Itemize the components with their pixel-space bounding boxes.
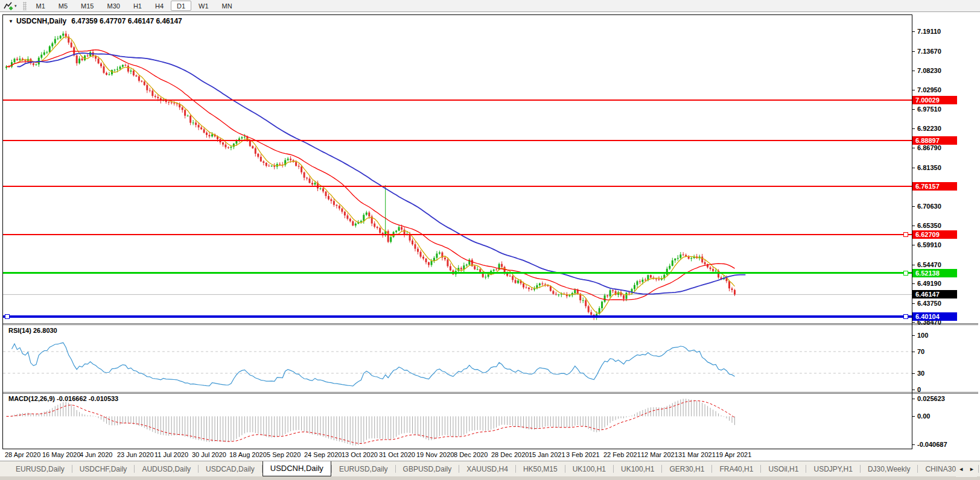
current-price-tag: 6.46147 xyxy=(912,290,957,298)
axis-tick-mark xyxy=(912,265,915,265)
axis-tick-mark xyxy=(912,373,915,374)
timeframe-button-H1[interactable]: H1 xyxy=(127,1,148,11)
date-axis[interactable]: 28 Apr 202016 May 20204 Jun 202023 Jun 2… xyxy=(0,450,980,460)
indicators-icon[interactable] xyxy=(3,1,14,11)
axis-tick-mark xyxy=(912,148,915,148)
axis-tick-mark xyxy=(912,283,915,284)
candlestick-chart[interactable] xyxy=(3,14,912,323)
price-tick-label: 7.13670 xyxy=(917,47,941,55)
chart-tab-ger30-h1[interactable]: GER30,H1 xyxy=(662,461,711,476)
timeframe-button-group: M1M5M15M30H1H4D1W1MN xyxy=(30,1,238,11)
macd-axis-label: -0.040687 xyxy=(917,440,947,449)
chart-tab-eurusd-daily[interactable]: EURUSD,Daily xyxy=(332,461,395,476)
macd-values: -0.016662 -0.010533 xyxy=(57,395,118,402)
axis-tick-mark xyxy=(912,71,915,71)
chart-tab-dj30-weekly[interactable]: DJ30,Weekly xyxy=(861,461,917,476)
timeframe-button-MN[interactable]: MN xyxy=(216,1,238,11)
date-tick-label: 19 Nov 2020 xyxy=(416,451,454,458)
level-line-handle[interactable] xyxy=(903,314,908,319)
chart-tab-uk100-h1[interactable]: UK100,H1 xyxy=(565,461,613,476)
toolbar-grip[interactable] xyxy=(23,2,27,10)
axis-tick-mark xyxy=(912,322,915,323)
chart-tab-hk50-m15[interactable]: HK50,M15 xyxy=(516,461,565,476)
timeframe-button-M15[interactable]: M15 xyxy=(75,1,100,11)
chart-tab-usdchf-daily[interactable]: USDCHF,Daily xyxy=(72,461,135,476)
date-tick-label: 24 Sep 2020 xyxy=(304,451,342,458)
axis-tick-mark xyxy=(912,51,915,52)
chart-tab-gbpusd-daily[interactable]: GBPUSD,Daily xyxy=(396,461,459,476)
level-line-handle[interactable] xyxy=(5,314,10,319)
chart-tab-uk100-h1[interactable]: UK100,H1 xyxy=(614,461,661,476)
date-tick-label: 16 May 2020 xyxy=(42,451,81,458)
axis-tick-mark xyxy=(912,226,915,226)
price-level-tag: 6.52138 xyxy=(912,269,957,277)
horizontal-level-line[interactable] xyxy=(3,272,912,274)
chart-tab-eurusd-daily[interactable]: EURUSD,Daily xyxy=(8,461,72,476)
chart-border-bottom xyxy=(3,449,912,449)
timeframe-button-M5[interactable]: M5 xyxy=(52,1,74,11)
axis-tick-mark xyxy=(912,31,915,32)
date-tick-label: 8 Dec 2020 xyxy=(454,451,488,458)
price-tick-label: 6.59910 xyxy=(917,241,941,249)
price-level-tag: 6.76157 xyxy=(912,182,957,191)
timeframe-button-M1[interactable]: M1 xyxy=(30,1,51,11)
rsi-axis-label: 100 xyxy=(917,331,928,339)
axis-tick-mark xyxy=(912,128,915,129)
macd-indicator-chart[interactable] xyxy=(3,394,912,449)
level-line-handle[interactable] xyxy=(903,232,908,237)
price-axis[interactable]: 7.191107.136707.082307.029506.975106.922… xyxy=(912,14,978,449)
axis-tick-mark xyxy=(912,303,915,304)
chart-tab-fra40-h1[interactable]: FRA40,H1 xyxy=(712,461,760,476)
chart-symbol-label: USDCNH,Daily xyxy=(16,17,66,25)
timeframe-button-D1[interactable]: D1 xyxy=(171,1,191,11)
date-tick-label: 23 Jun 2020 xyxy=(117,451,154,458)
date-tick-label: 22 Feb 2021 xyxy=(603,451,641,458)
chart-tab-xauusd-h4[interactable]: XAUUSD,H4 xyxy=(459,461,515,476)
indicators-dropdown-icon[interactable]: ▾ xyxy=(14,4,17,8)
price-level-tag: 6.88897 xyxy=(912,136,957,145)
date-tick-label: 3 Feb 2021 xyxy=(566,451,600,458)
chart-tab-usdcnh-daily[interactable]: USDCNH,Daily xyxy=(262,461,331,476)
timeframe-button-M30[interactable]: M30 xyxy=(101,1,126,11)
toolbar: ▾ M1M5M15M30H1H4D1W1MN xyxy=(0,0,980,12)
horizontal-level-line[interactable] xyxy=(3,234,912,235)
tab-scroll-left-icon[interactable]: ◄ xyxy=(958,466,964,472)
horizontal-level-line[interactable] xyxy=(3,99,912,101)
date-tick-label: 15 Jan 2021 xyxy=(529,451,565,458)
axis-tick-mark xyxy=(912,352,915,352)
rsi-indicator-chart[interactable] xyxy=(3,325,912,392)
date-tick-label: 28 Dec 2020 xyxy=(491,451,529,458)
macd-name: MACD(12,26,9) xyxy=(8,395,55,402)
chart-tab-usdcad-daily[interactable]: USDCAD,Daily xyxy=(199,461,262,476)
chart-ohlc-values: 6.47359 6.47707 6.46147 6.46147 xyxy=(71,17,182,25)
date-tick-label: 18 Aug 2020 xyxy=(229,451,267,458)
date-tick-label: 13 Oct 2020 xyxy=(342,451,378,458)
chart-tab-bar: EURUSD,DailyUSDCHF,DailyAUDUSD,DailyUSDC… xyxy=(0,461,980,476)
date-tick-label: 19 Apr 2021 xyxy=(716,451,751,458)
price-tick-label: 6.65350 xyxy=(917,221,941,230)
tab-scroll-right-icon[interactable]: ► xyxy=(969,466,975,472)
price-level-tag: 6.40104 xyxy=(912,312,957,321)
timeframe-button-W1[interactable]: W1 xyxy=(192,1,215,11)
horizontal-level-line[interactable] xyxy=(3,315,912,318)
rsi-label: RSI(14) 26.8030 xyxy=(8,327,57,334)
date-tick-label: 4 Jun 2020 xyxy=(80,451,112,458)
horizontal-level-line[interactable] xyxy=(3,186,912,187)
horizontal-level-line[interactable] xyxy=(3,140,912,141)
mt4-terminal: ▾ M1M5M15M30H1H4D1W1MN ▼USDCNH,Daily6.47… xyxy=(0,0,980,480)
macd-label: MACD(12,26,9) -0.016662 -0.010533 xyxy=(8,395,118,402)
chart-dropdown-icon[interactable]: ▼ xyxy=(8,19,13,24)
level-line-handle[interactable] xyxy=(903,271,908,276)
chart-tab-audusd-daily[interactable]: AUDUSD,Daily xyxy=(135,461,198,476)
axis-tick-mark xyxy=(912,90,915,90)
rsi-value: 26.8030 xyxy=(33,327,57,334)
chart-tab-usdjpy-h1[interactable]: USDJPY,H1 xyxy=(806,461,859,476)
axis-tick-mark xyxy=(912,416,915,417)
axis-tick-mark xyxy=(912,109,915,110)
chart-tab-usoil-h1[interactable]: USOil,H1 xyxy=(761,461,806,476)
timeframe-button-H4[interactable]: H4 xyxy=(149,1,170,11)
macd-axis-label: 0.025623 xyxy=(917,394,945,403)
price-tick-label: 6.97510 xyxy=(917,105,941,113)
date-tick-label: 5 Sep 2020 xyxy=(267,451,301,458)
date-tick-label: 31 Oct 2020 xyxy=(379,451,415,458)
